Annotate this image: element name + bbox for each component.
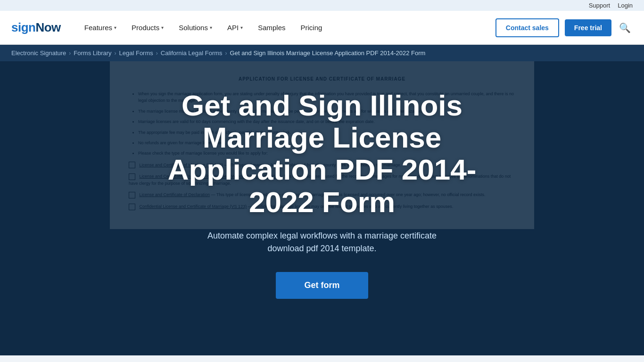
api-chevron-icon: ▾ bbox=[240, 25, 243, 30]
contact-sales-button[interactable]: Contact sales bbox=[495, 18, 559, 37]
breadcrumb-sep-2: › bbox=[115, 50, 116, 57]
login-link[interactable]: Login bbox=[618, 2, 633, 9]
solutions-chevron-icon: ▾ bbox=[210, 25, 212, 30]
breadcrumb-sep-4: › bbox=[225, 50, 227, 57]
get-form-button[interactable]: Get form bbox=[276, 272, 368, 299]
nav-products[interactable]: Products ▾ bbox=[125, 20, 170, 35]
nav-api[interactable]: API ▾ bbox=[221, 20, 249, 35]
breadcrumb-sep-3: › bbox=[156, 50, 158, 57]
hero-subtitle: Automate complex legal workflows with a … bbox=[195, 230, 449, 255]
nav-samples[interactable]: Samples bbox=[251, 20, 292, 35]
breadcrumb-item-4[interactable]: California Legal Forms bbox=[161, 49, 223, 57]
search-icon[interactable]: 🔍 bbox=[617, 20, 633, 35]
nav-pricing[interactable]: Pricing bbox=[294, 20, 329, 35]
main-navbar: signNow Features ▾ Products ▾ Solutions … bbox=[0, 11, 644, 45]
nav-actions: Contact sales Free trial 🔍 bbox=[495, 18, 633, 37]
breadcrumb-current: Get and Sign Illinois Marriage License A… bbox=[230, 49, 426, 57]
hero-area: APPLICATION FOR LICENSE AND CERTIFICATE … bbox=[0, 61, 644, 355]
hero-overlay: Get and Sign Illinois Marriage License A… bbox=[133, 61, 511, 318]
nav-links: Features ▾ Products ▾ Solutions ▾ API ▾ … bbox=[78, 20, 495, 35]
breadcrumb-item-2[interactable]: Forms Library bbox=[74, 49, 111, 57]
hero-title: Get and Sign Illinois Marriage License A… bbox=[152, 90, 492, 218]
breadcrumb-sep-1: › bbox=[69, 50, 71, 57]
nav-features[interactable]: Features ▾ bbox=[78, 20, 123, 35]
nav-solutions[interactable]: Solutions ▾ bbox=[172, 20, 219, 35]
breadcrumb: Electronic Signature › Forms Library › L… bbox=[0, 45, 644, 61]
features-chevron-icon: ▾ bbox=[114, 25, 116, 30]
logo-text: signNow bbox=[11, 20, 61, 35]
free-trial-button[interactable]: Free trial bbox=[565, 19, 611, 36]
products-chevron-icon: ▾ bbox=[161, 25, 164, 30]
logo[interactable]: signNow bbox=[11, 20, 61, 35]
breadcrumb-item-3[interactable]: Legal Forms bbox=[119, 49, 153, 57]
top-utility-bar: Support Login bbox=[0, 0, 644, 11]
breadcrumb-item-1[interactable]: Electronic Signature bbox=[11, 49, 66, 57]
support-link[interactable]: Support bbox=[589, 2, 611, 9]
